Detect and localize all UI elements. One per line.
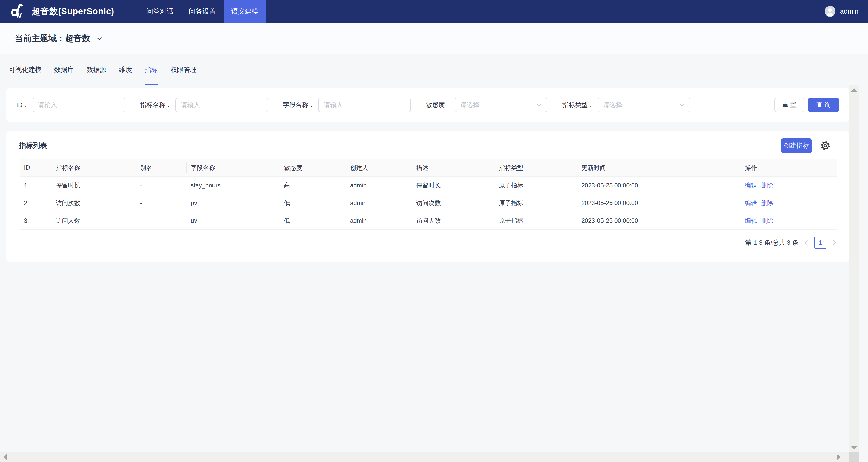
table-row: 1停留时长-stay_hours高admin停留时长原子指标2023-05-25… <box>20 177 837 194</box>
cell-creator: admin <box>346 177 412 194</box>
column-header-5: 敏感度 <box>280 159 346 177</box>
chevron-down-icon[interactable] <box>96 36 103 42</box>
nav-item-3[interactable]: 语义建模 <box>223 0 266 23</box>
cell-id: 2 <box>20 194 52 212</box>
domain-header: 当前主题域：超音数 <box>0 23 868 54</box>
pagination-next-icon[interactable] <box>832 239 836 246</box>
column-header-4: 字段名称 <box>187 159 280 177</box>
pagination-prev-icon[interactable] <box>804 239 808 246</box>
tab-1[interactable]: 可视化建模 <box>9 54 41 86</box>
top-navbar: 超音数(SuperSonic) 问答对话问答设置语义建模 admin <box>0 0 868 23</box>
filter-field-metric-type: 指标类型：请选择 <box>562 98 690 112</box>
scroll-left-arrow-icon[interactable] <box>3 454 7 460</box>
search-button[interactable]: 查 询 <box>808 98 839 112</box>
cell-sensitivity: 低 <box>280 194 346 212</box>
vertical-scrollbar[interactable] <box>849 86 859 452</box>
cell-alias: - <box>136 212 186 229</box>
cell-id: 3 <box>20 212 52 229</box>
pagination-page-1[interactable]: 1 <box>814 237 827 249</box>
cell-creator: admin <box>346 212 412 229</box>
cell-creator: admin <box>346 194 412 212</box>
pagination: 第 1-3 条/总共 3 条 1 <box>6 237 836 249</box>
domain-selector[interactable]: 当前主题域：超音数 <box>15 33 90 44</box>
cell-updated: 2023-05-25 00:00:00 <box>577 212 741 229</box>
tab-4[interactable]: 维度 <box>119 54 132 86</box>
user-menu[interactable]: admin <box>825 6 868 17</box>
supersonic-logo-icon <box>9 2 26 20</box>
chevron-down-icon <box>679 101 685 109</box>
table-row: 2访问次数-pv低admin访问次数原子指标2023-05-25 00:00:0… <box>20 194 837 212</box>
cell-type: 原子指标 <box>495 212 577 229</box>
domain-label: 当前主题域： <box>15 34 65 43</box>
column-header-9: 更新时间 <box>577 159 741 177</box>
column-header-2: 指标名称 <box>52 159 136 177</box>
chevron-down-icon <box>536 101 542 109</box>
tab-5[interactable]: 指标 <box>145 54 158 86</box>
tabs: 可视化建模数据库数据源维度指标权限管理 <box>9 54 849 86</box>
column-header-7: 描述 <box>412 159 495 177</box>
nav-item-2[interactable]: 问答设置 <box>181 0 223 23</box>
cell-field: pv <box>187 194 280 212</box>
filter-input-field-name[interactable] <box>318 98 411 112</box>
filter-label-field-name: 字段名称： <box>283 101 315 109</box>
cell-alias: - <box>136 194 186 212</box>
app-root: 超音数(SuperSonic) 问答对话问答设置语义建模 admin 当前主题域… <box>0 0 868 462</box>
cell-name: 访问人数 <box>52 212 136 229</box>
filter-field-sensitivity: 敏感度：请选择 <box>426 98 548 112</box>
app-title: 超音数(SuperSonic) <box>32 6 114 17</box>
cell-field: uv <box>187 212 280 229</box>
edit-link[interactable]: 编辑 <box>745 182 757 189</box>
nav-menu: 问答对话问答设置语义建模 <box>138 0 266 23</box>
user-avatar-icon <box>825 6 835 17</box>
filter-label-id: ID： <box>16 101 29 109</box>
delete-link[interactable]: 删除 <box>761 182 773 189</box>
filter-input-id[interactable] <box>33 98 125 112</box>
delete-link[interactable]: 删除 <box>761 200 773 207</box>
scroll-up-arrow-icon[interactable] <box>851 88 857 92</box>
filter-field-metric-name: 指标名称： <box>140 98 268 112</box>
column-header-10: 操作 <box>741 159 837 177</box>
cell-actions: 编辑删除 <box>741 212 837 229</box>
cell-updated: 2023-05-25 00:00:00 <box>577 177 741 194</box>
column-header-8: 指标类型 <box>495 159 577 177</box>
tab-6[interactable]: 权限管理 <box>170 54 197 86</box>
cell-type: 原子指标 <box>495 194 577 212</box>
pagination-summary: 第 1-3 条/总共 3 条 <box>745 238 798 247</box>
metrics-header-row: ID指标名称别名字段名称敏感度创建人描述指标类型更新时间操作 <box>20 159 837 177</box>
reset-button[interactable]: 重 置 <box>774 98 804 112</box>
filter-select-metric-type[interactable]: 请选择 <box>598 98 690 112</box>
metric-list-title: 指标列表 <box>19 141 47 150</box>
delete-link[interactable]: 删除 <box>761 217 773 224</box>
cell-sensitivity: 低 <box>280 212 346 229</box>
metric-list-header: 指标列表 创建指标 <box>6 131 849 159</box>
scroll-down-arrow-icon[interactable] <box>851 446 857 450</box>
cell-name: 访问次数 <box>52 194 136 212</box>
column-header-6: 创建人 <box>346 159 412 177</box>
cell-description: 访问人数 <box>412 212 495 229</box>
tabs-row: 可视化建模数据库数据源维度指标权限管理 <box>0 54 849 86</box>
edit-link[interactable]: 编辑 <box>745 217 757 224</box>
cell-field: stay_hours <box>187 177 280 194</box>
scrollbar-corner <box>849 452 859 462</box>
tab-2[interactable]: 数据库 <box>54 54 74 86</box>
filter-buttons: 重 置 查 询 <box>774 98 839 112</box>
filter-field-id: ID： <box>16 98 125 112</box>
metric-list-card: 指标列表 创建指标 ID指标名称别名字段名称敏感度创建人描述指标类型更新时间操作… <box>6 131 849 262</box>
horizontal-scrollbar[interactable] <box>0 452 849 462</box>
nav-item-1[interactable]: 问答对话 <box>138 0 181 23</box>
cell-actions: 编辑删除 <box>741 194 837 212</box>
gear-icon[interactable] <box>819 140 831 151</box>
column-header-3: 别名 <box>136 159 186 177</box>
cell-name: 停留时长 <box>52 177 136 194</box>
create-metric-button[interactable]: 创建指标 <box>781 138 812 153</box>
table-row: 3访问人数-uv低admin访问人数原子指标2023-05-25 00:00:0… <box>20 212 837 229</box>
cell-updated: 2023-05-25 00:00:00 <box>577 194 741 212</box>
scroll-right-arrow-icon[interactable] <box>837 454 840 460</box>
cell-description: 访问次数 <box>412 194 495 212</box>
edit-link[interactable]: 编辑 <box>745 200 757 207</box>
filter-select-sensitivity[interactable]: 请选择 <box>455 98 548 112</box>
cell-type: 原子指标 <box>495 177 577 194</box>
filter-label-metric-name: 指标名称： <box>140 101 172 109</box>
tab-3[interactable]: 数据源 <box>87 54 106 86</box>
filter-input-metric-name[interactable] <box>176 98 268 112</box>
